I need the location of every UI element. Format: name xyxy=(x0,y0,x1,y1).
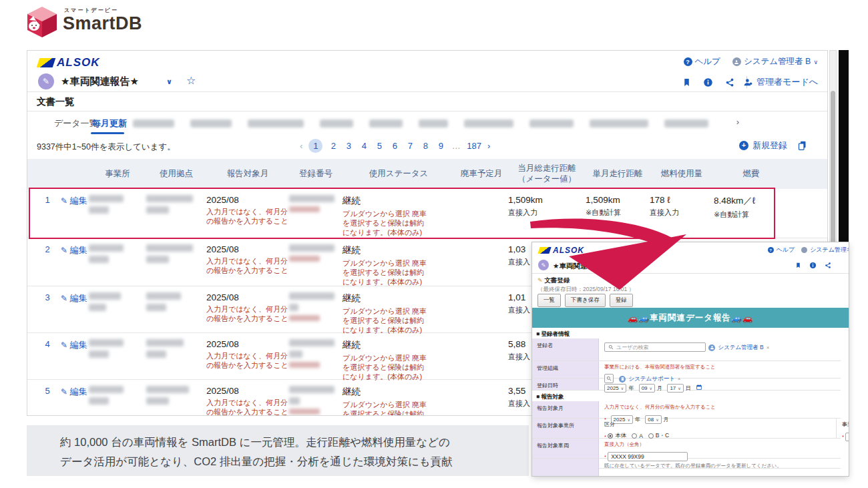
radio-hontai[interactable] xyxy=(608,433,613,439)
banner-title: 車両関連データ報告 xyxy=(650,312,731,324)
title-chevron-down-icon[interactable]: ∨ xyxy=(166,77,172,86)
account-menu[interactable]: システム管理者 B ∨ xyxy=(732,56,818,67)
user-search-input[interactable]: ユーザの検索 xyxy=(604,342,706,352)
new-register-button[interactable]: + 新規登録 xyxy=(739,140,787,152)
share-icon[interactable] xyxy=(725,77,734,87)
blurred-tab[interactable] xyxy=(590,119,648,128)
col-base[interactable]: 使用拠点 xyxy=(146,169,206,180)
alsok-logo-mark xyxy=(37,58,56,67)
overlay-buttons: 一覧 下書き保存 登録 xyxy=(537,294,633,307)
report-month-value: 2025/08 xyxy=(206,195,239,205)
save-draft-button[interactable]: 下書き保存 xyxy=(565,294,606,307)
cell-scrap-month xyxy=(455,286,508,332)
cell-report-month: 2025/08入力月ではなく、何月分の報告かを入力すること xyxy=(206,333,289,379)
cell-report-month: 2025/08入力月ではなく、何月分の報告かを入力すること xyxy=(206,380,289,416)
summary-row: 9337件中1~50件を表示しています。 ‹ 1 2 3 4 5 6 7 8 9… xyxy=(27,136,827,158)
page-number[interactable]: 187 xyxy=(467,141,481,151)
plus-icon: + xyxy=(739,141,748,150)
row-number[interactable]: 3 xyxy=(34,286,61,332)
title-chevron-down-icon[interactable]: ∨ xyxy=(624,263,629,269)
row-number[interactable]: 2 xyxy=(34,238,61,286)
blurred-tab[interactable] xyxy=(529,119,574,128)
blurred-tab[interactable] xyxy=(320,119,353,128)
tab-data-list[interactable]: データ一覧 xyxy=(54,117,98,130)
cell-scrap-month xyxy=(455,238,508,286)
col-office[interactable]: 事業所 xyxy=(89,169,146,180)
remove-chip-icon[interactable]: × xyxy=(767,344,770,350)
tab-monthly-update[interactable]: 毎月更新 xyxy=(92,117,127,130)
admin-mode-button[interactable]: 管理者モードへ xyxy=(743,76,818,88)
blurred-tab[interactable] xyxy=(190,119,232,128)
blurred-tab[interactable] xyxy=(419,119,448,128)
share-icon[interactable] xyxy=(825,262,831,269)
col-scrap-month[interactable]: 廃車予定月 xyxy=(455,169,508,180)
page-next[interactable]: › xyxy=(487,141,490,151)
page-number[interactable]: 2 xyxy=(329,141,338,151)
col-fuel[interactable]: 燃料使用量 xyxy=(650,169,714,180)
page-number[interactable]: 6 xyxy=(390,141,399,151)
form-pencil-icon[interactable]: ✎ xyxy=(38,73,54,89)
overlay-top-bar: ALSOK ?ヘルプ システム管理者 xyxy=(532,242,849,257)
last-saved-note: （最終保存日時：2025/09/17 16:01 ） xyxy=(537,286,634,294)
edit-button[interactable]: ✎ 編集 xyxy=(61,333,89,379)
favorite-star-icon[interactable]: ☆ xyxy=(186,74,196,87)
register-button[interactable]: 登録 xyxy=(610,294,633,307)
year-select[interactable]: 2025∨ xyxy=(604,384,626,393)
overlay-title: ★車両関連報告★ xyxy=(553,262,608,271)
bookmark-icon[interactable] xyxy=(795,262,801,269)
col-report-month[interactable]: 報告対象月 xyxy=(206,169,289,180)
bookmark-icon[interactable] xyxy=(682,77,691,87)
banner-car-icons-right: 🚙🚗 xyxy=(731,313,753,323)
account-label: システム管理者 B xyxy=(744,56,811,67)
blurred-tab[interactable] xyxy=(248,119,304,128)
calendar-icon[interactable] xyxy=(696,384,702,391)
copy-icon[interactable] xyxy=(797,140,807,151)
row-number[interactable]: 5 xyxy=(34,380,61,416)
edit-button[interactable]: ✎ 編集 xyxy=(61,380,89,416)
form-row-report-office: 報告対象事業所 区分 *本体AB・C 事業所 * ∨ xyxy=(532,419,841,439)
org-label: 管理組織 xyxy=(532,361,599,378)
registration-overlay-window: ALSOK ?ヘルプ システム管理者 ✎ ★車両関連報告★ ∨ ☆ ✎ 文書登録… xyxy=(532,242,849,476)
page-number[interactable]: 8 xyxy=(421,141,430,151)
account-menu[interactable]: システム管理者 xyxy=(801,246,849,254)
col-monthly-distance[interactable]: 単月走行距離 xyxy=(586,169,650,180)
kubun-label: 区分 xyxy=(604,421,841,428)
page-number[interactable]: 1 xyxy=(308,139,322,153)
month-select[interactable]: 09∨ xyxy=(639,384,655,393)
page-prev[interactable]: ‹ xyxy=(300,141,302,151)
edit-button[interactable]: ✎ 編集 xyxy=(61,286,89,332)
list-button[interactable]: 一覧 xyxy=(537,294,561,307)
help-label: ヘルプ xyxy=(695,56,720,67)
tabs-scroll-next[interactable]: › xyxy=(736,117,739,127)
help-link[interactable]: ? ヘルプ xyxy=(684,56,720,67)
page-number[interactable]: 7 xyxy=(405,141,415,151)
blurred-tab[interactable] xyxy=(133,119,174,128)
blurred-tab[interactable] xyxy=(664,119,708,128)
form-pencil-icon[interactable]: ✎ xyxy=(538,260,549,270)
office-select[interactable]: ∨ xyxy=(845,433,849,441)
col-status[interactable]: 使用ステータス xyxy=(343,169,455,180)
day-select[interactable]: 17∨ xyxy=(667,384,683,393)
page-number[interactable]: 5 xyxy=(375,141,384,151)
page-number[interactable]: 4 xyxy=(359,141,369,151)
radio-bc[interactable] xyxy=(648,433,654,439)
cell-regno-blurred xyxy=(289,189,343,238)
help-link[interactable]: ?ヘルプ xyxy=(768,246,795,254)
favorite-star-icon[interactable]: ☆ xyxy=(638,260,644,269)
info-icon[interactable] xyxy=(809,262,817,269)
edit-button[interactable]: ✎ 編集 xyxy=(61,189,89,238)
vehicle-input[interactable] xyxy=(608,452,688,461)
page-number[interactable]: 9 xyxy=(436,141,445,151)
radio-a[interactable] xyxy=(632,433,637,439)
page-number[interactable]: 3 xyxy=(344,141,353,151)
page-title: ★車両関連報告★ xyxy=(61,75,139,88)
blurred-tab[interactable] xyxy=(464,119,513,128)
info-icon[interactable] xyxy=(703,77,713,87)
blurred-tab[interactable] xyxy=(369,119,403,128)
edit-button[interactable]: ✎ 編集 xyxy=(61,238,89,286)
col-total-distance[interactable]: 当月総走行距離 （メーター値） xyxy=(508,164,586,184)
row-number[interactable]: 1 xyxy=(34,189,61,238)
row-number[interactable]: 4 xyxy=(34,333,61,379)
col-registration-no[interactable]: 登録番号 xyxy=(289,169,343,180)
col-economy[interactable]: 燃費 xyxy=(714,169,789,180)
